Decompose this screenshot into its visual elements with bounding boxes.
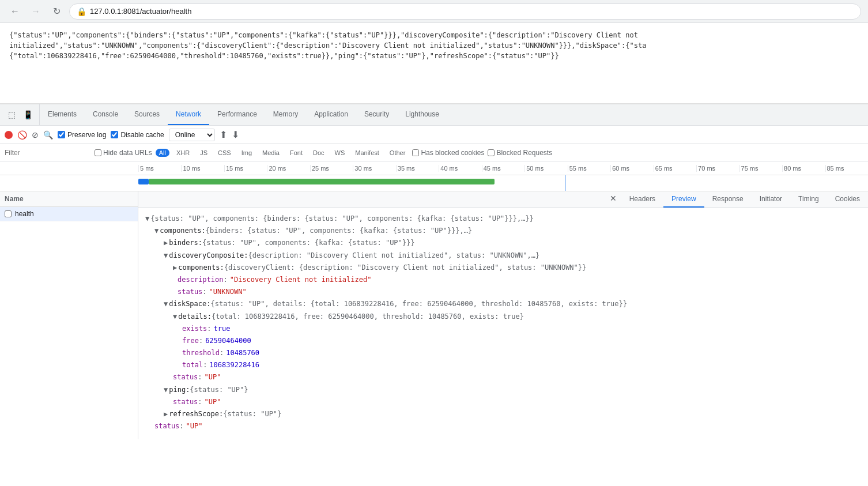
preserve-log-label[interactable]: Preserve log xyxy=(58,131,106,139)
filter-xhr-button[interactable]: XHR xyxy=(173,149,193,157)
element-picker-icon[interactable]: ⬚ xyxy=(5,108,18,122)
detail-tab-cookies[interactable]: Cookies xyxy=(827,191,868,208)
tree-disk-space: ▼ diskSpace: {status: "UP", details: {to… xyxy=(145,298,861,310)
page-content: {"status":"UP","components":{"binders":{… xyxy=(0,23,868,104)
tab-application[interactable]: Application xyxy=(306,104,356,125)
dc-status-value: "UNKNOWN" xyxy=(209,287,247,297)
close-detail-button[interactable]: ✕ xyxy=(605,191,621,208)
filter-js-button[interactable]: JS xyxy=(197,149,211,157)
toggle-dc-components[interactable]: ▶ xyxy=(173,262,177,273)
hide-data-urls-label[interactable]: Hide data URLs xyxy=(95,149,152,157)
dc-description-value: "Discovery Client not initialized" xyxy=(230,274,372,285)
record-button[interactable] xyxy=(5,131,13,139)
filter-icon[interactable]: ⊘ xyxy=(32,130,39,140)
forward-button[interactable]: → xyxy=(28,3,44,20)
devtools-icon-buttons: ⬚ 📱 xyxy=(0,104,40,125)
has-blocked-checkbox[interactable] xyxy=(412,149,419,156)
hide-data-urls-checkbox[interactable] xyxy=(95,149,101,156)
tab-sources[interactable]: Sources xyxy=(126,104,168,125)
ruler-mark: 55 ms xyxy=(568,165,610,172)
toggle-details[interactable]: ▼ xyxy=(173,311,177,322)
filter-all-button[interactable]: All xyxy=(156,149,169,157)
has-blocked-label[interactable]: Has blocked cookies xyxy=(412,149,484,157)
filter-manifest-button[interactable]: Manifest xyxy=(352,149,383,157)
disk-space-summary: {status: "UP", details: {total: 10683922… xyxy=(210,299,627,310)
disable-cache-label[interactable]: Disable cache xyxy=(111,131,164,139)
lock-icon: 🔒 xyxy=(77,7,86,16)
detail-tab-response[interactable]: Response xyxy=(704,191,752,208)
ping-summary: {status: "UP"} xyxy=(190,385,248,395)
details-summary: {total: 106839228416, free: 62590464000,… xyxy=(212,311,524,322)
blocked-requests-label[interactable]: Blocked Requests xyxy=(488,149,552,157)
response-text-line1: {"status":"UP","components":{"binders":{… xyxy=(9,30,859,40)
threshold-value: 10485760 xyxy=(226,348,259,359)
preserve-log-checkbox[interactable] xyxy=(58,131,65,138)
tree-description: description: "Discovery Client not initi… xyxy=(145,274,861,286)
filter-img-button[interactable]: Img xyxy=(238,149,255,157)
detail-tab-preview[interactable]: Preview xyxy=(663,191,704,208)
file-checkbox[interactable] xyxy=(5,210,12,217)
filter-other-button[interactable]: Other xyxy=(386,149,409,157)
filter-input[interactable] xyxy=(5,149,91,157)
toggle-disk-space[interactable]: ▼ xyxy=(164,299,168,310)
tree-dc-status: status: "UNKNOWN" xyxy=(145,286,861,298)
export-icon[interactable]: ⬇ xyxy=(232,129,239,140)
reload-button[interactable]: ↻ xyxy=(48,3,65,20)
root-summary: {status: "UP", components: {binders: {st… xyxy=(150,213,534,224)
tree-root: ▼ {status: "UP", components: {binders: {… xyxy=(145,213,861,225)
toggle-root[interactable]: ▼ xyxy=(145,213,149,224)
filter-media-button[interactable]: Media xyxy=(259,149,283,157)
back-button[interactable]: ← xyxy=(7,3,23,20)
toggle-binders[interactable]: ▶ xyxy=(164,238,168,248)
tree-discovery-composite: ▼ discoveryComposite: {description: "Dis… xyxy=(145,250,861,262)
device-toolbar-icon[interactable]: 📱 xyxy=(21,108,35,122)
file-list: Name health xyxy=(0,191,138,439)
filter-css-button[interactable]: CSS xyxy=(214,149,235,157)
toggle-discovery-composite[interactable]: ▼ xyxy=(164,250,168,261)
network-bar-green xyxy=(149,179,495,184)
tree-binders: ▶ binders: {status: "UP", components: {k… xyxy=(145,237,861,249)
detail-tab-headers[interactable]: Headers xyxy=(621,191,663,208)
toggle-ping[interactable]: ▼ xyxy=(164,385,168,395)
search-icon[interactable]: 🔍 xyxy=(43,130,53,140)
disable-cache-checkbox[interactable] xyxy=(111,131,118,138)
tab-lighthouse[interactable]: Lighthouse xyxy=(397,104,447,125)
toggle-refresh-scope[interactable]: ▶ xyxy=(164,409,168,420)
filter-font-button[interactable]: Font xyxy=(286,149,306,157)
diskspace-status-value: "UP" xyxy=(205,372,221,383)
filter-ws-button[interactable]: WS xyxy=(331,149,349,157)
ruler-mark: 65 ms xyxy=(654,165,696,172)
devtools-panel: ⬚ 📱 Elements Console Sources Network Per… xyxy=(0,104,868,439)
browser-chrome: ← → ↻ 🔒 127.0.0.1:8081/actuator/health xyxy=(0,0,868,23)
file-item-health[interactable]: health xyxy=(0,207,138,221)
filter-doc-button[interactable]: Doc xyxy=(310,149,328,157)
vertical-line xyxy=(565,175,565,191)
tab-elements[interactable]: Elements xyxy=(40,104,85,125)
detail-tab-timing[interactable]: Timing xyxy=(790,191,827,208)
ruler-mark: 50 ms xyxy=(524,165,567,172)
exists-value: true xyxy=(214,323,231,334)
ruler-mark: 45 ms xyxy=(482,165,524,172)
tab-console[interactable]: Console xyxy=(85,104,126,125)
import-icon[interactable]: ⬆ xyxy=(220,129,227,140)
ruler-mark: 60 ms xyxy=(610,165,653,172)
tree-refresh-scope: ▶ refreshScope: {status: "UP"} xyxy=(145,408,861,420)
tab-network[interactable]: Network xyxy=(168,104,209,125)
devtools-tab-bar: ⬚ 📱 Elements Console Sources Network Per… xyxy=(0,104,868,126)
blue-bar xyxy=(138,179,149,184)
detail-tab-initiator[interactable]: Initiator xyxy=(752,191,790,208)
url-text[interactable]: 127.0.0.1:8081/actuator/health xyxy=(90,7,854,16)
tab-security[interactable]: Security xyxy=(356,104,397,125)
discovery-composite-summary: {description: "Discovery Client not init… xyxy=(248,250,540,261)
ruler-mark: 40 ms xyxy=(439,165,481,172)
clear-button[interactable]: 🚫 xyxy=(17,130,27,140)
tab-memory[interactable]: Memory xyxy=(265,104,306,125)
tab-performance[interactable]: Performance xyxy=(209,104,265,125)
tree-root-status: status: "UP" xyxy=(145,420,861,432)
throttle-select[interactable]: Online Fast 3G Slow 3G Offline xyxy=(169,129,215,141)
blocked-requests-checkbox[interactable] xyxy=(488,149,495,156)
toggle-components[interactable]: ▼ xyxy=(154,225,158,236)
preview-content: ▼ {status: "UP", components: {binders: {… xyxy=(138,208,868,437)
ruler-mark: 20 ms xyxy=(267,165,310,172)
response-text-line2: initialized","status":"UNKNOWN","compone… xyxy=(9,40,859,51)
